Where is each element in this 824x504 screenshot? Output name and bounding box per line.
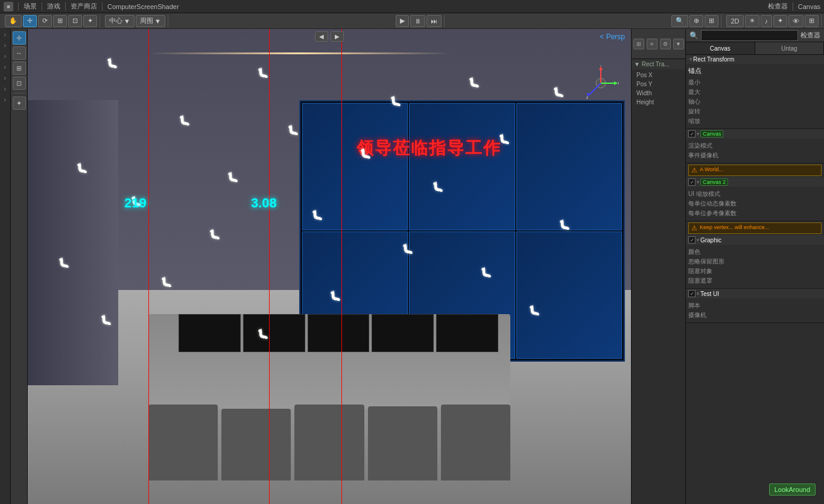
bug-icon-19: 🐛	[160, 276, 173, 288]
shader-tab[interactable]: ComputerScreenShader	[107, 3, 179, 10]
layers-btn[interactable]: ⊕	[689, 15, 703, 27]
canvas-checkbox-1[interactable]: ✓	[688, 130, 696, 137]
collapse-icon-1[interactable]: ›	[1, 31, 10, 40]
anchor-section: 锚点 最小 最大 轴心 旋转 缩放	[686, 64, 824, 129]
bug-icon-6: 🐛	[287, 124, 299, 136]
collapse-icon-6[interactable]: ›	[1, 86, 10, 94]
warning-text-2: Keep vertex... will enhance...	[700, 224, 769, 230]
fx-btn[interactable]: ✦	[773, 15, 787, 27]
test-ui-checkbox[interactable]: ✓	[688, 290, 696, 297]
inspector-tab-canvas[interactable]: Canvas	[686, 42, 755, 54]
viewport[interactable]: 领导莅临指导工作	[28, 29, 631, 504]
measurement-label-2: 3.08	[251, 195, 277, 211]
collapse-icon-4[interactable]: ›	[1, 64, 10, 72]
canvas-checkbox-2[interactable]: ✓	[688, 178, 696, 186]
toolbar: ✋ ✛ ⟳ ⊞ ⊡ ✦ 中心 ▼ 周围 ▼ ▶ ⏸ ⏭ 🔍 ⊕ ⊞ 2D ☀ ♪…	[0, 13, 824, 29]
lookaround-btn[interactable]: LookAround	[769, 484, 816, 496]
screen-cell-3	[516, 103, 622, 230]
center-btn[interactable]: 中心 ▼	[105, 15, 135, 27]
scale-row: 缩放	[688, 116, 822, 126]
monitors-row	[179, 314, 498, 352]
unity-logo-icon: ■	[4, 2, 13, 11]
bug-icon-7: 🐛	[498, 133, 510, 145]
view-options-btn[interactable]: ▼	[673, 39, 684, 49]
all-tool-btn[interactable]: ✦	[83, 15, 97, 27]
nav-prev-btn[interactable]: ◀	[315, 31, 328, 42]
canvas-section-2[interactable]: ✓ ▼ Canvas 2	[686, 177, 824, 187]
hand-tool-btn[interactable]: ✋	[5, 15, 22, 27]
rect-tool-btn[interactable]: ⊡	[68, 15, 82, 27]
nav-next-btn[interactable]: ▶	[331, 31, 344, 42]
inspector-tab-untag[interactable]: Untag	[755, 42, 825, 54]
bug-icon-16: 🐛	[402, 243, 414, 254]
layout-btn[interactable]: ⊞	[705, 15, 718, 27]
canvas-tag-2: Canvas 2	[700, 178, 728, 186]
left-tools-panel: ✛ ↔ ⊞ ⊡ ✦	[11, 29, 28, 504]
inspector-search-input[interactable]	[701, 30, 798, 41]
bug-icon-11: 🐛	[432, 181, 444, 192]
light-btn[interactable]: ☀	[745, 15, 759, 27]
canvas-label: Canvas	[798, 3, 820, 10]
pause-btn[interactable]: ⏸	[410, 15, 425, 27]
rect-transform-section[interactable]: ▼ Rect Transform	[686, 55, 824, 64]
canvas-section-1[interactable]: ✓ ▼ Canvas	[686, 129, 824, 139]
inspector-header: 🔍 检查器	[686, 29, 824, 42]
svg-text:Z: Z	[586, 96, 588, 99]
audio-btn[interactable]: ♪	[761, 15, 773, 27]
right-panel-toolbar: ⊞ ≡ ⚙ ▼	[632, 29, 685, 59]
anchor-min-label: 最小	[688, 78, 822, 87]
scene-visibility-btn[interactable]: 👁	[788, 15, 803, 27]
peripheral-btn[interactable]: 周围 ▼	[136, 15, 165, 27]
blocking-mask-label: 阻塞遮罩	[688, 277, 822, 285]
ref-pixels-label: 每单位参考像素数	[688, 209, 822, 218]
game-tab[interactable]: 游戏	[47, 2, 60, 11]
collapse-icon-7[interactable]: ›	[1, 96, 10, 105]
tool-group-transform: ✋ ✛ ⟳ ⊞ ⊡ ✦	[2, 15, 100, 27]
rotation-label: 旋转	[688, 107, 822, 116]
select-tool-btn[interactable]: ✛	[13, 31, 26, 45]
settings-mini-btn[interactable]: ⚙	[660, 39, 671, 49]
step-btn[interactable]: ⏭	[426, 15, 442, 27]
svg-text:Y: Y	[600, 65, 602, 67]
move2-tool-btn[interactable]: ↔	[13, 46, 26, 60]
extra-tool-btn[interactable]: ✦	[13, 96, 26, 110]
grid-btn[interactable]: ⊞	[805, 15, 819, 27]
collapse-icon-5[interactable]: ›	[1, 75, 10, 83]
right-panel-content: ▼ Rect Tra... Pos X Pos Y Width Height	[632, 59, 685, 504]
rect2-tool-btn[interactable]: ⊡	[13, 77, 26, 90]
canvas-tag-1: Canvas	[700, 130, 724, 137]
test-ui-section[interactable]: ✓ ▼ Test UI	[686, 289, 824, 298]
bug-icon-2: 🐛	[468, 77, 480, 88]
separator	[793, 2, 793, 11]
graphic-checkbox[interactable]: ✓	[688, 236, 696, 244]
collapse-icon-2[interactable]: ›	[1, 42, 10, 51]
color-label: 颜色	[688, 248, 822, 256]
inspector-title: 检查器	[800, 31, 820, 40]
bug-icon-3: 🐛	[553, 86, 565, 98]
list-view-btn[interactable]: ≡	[647, 39, 658, 49]
anchor-min-row: 最小	[688, 78, 822, 87]
rotation-row: 旋转	[688, 107, 822, 116]
scale2-tool-btn[interactable]: ⊞	[13, 61, 26, 75]
blocking-mask-row: 阻塞遮罩	[688, 276, 822, 286]
search-btn[interactable]: 🔍	[671, 15, 688, 27]
play-btn[interactable]: ▶	[396, 15, 409, 27]
svg-line-5	[589, 83, 601, 95]
move-tool-btn[interactable]: ✛	[23, 15, 37, 27]
2d-btn[interactable]: 2D	[726, 15, 743, 27]
scale-tool-btn[interactable]: ⊞	[53, 15, 67, 27]
rect-transform-label: Rect Transform	[693, 56, 734, 63]
grid-view-btn[interactable]: ⊞	[633, 39, 644, 49]
bug-icon-9: 🐛	[76, 162, 88, 174]
right-label-4: Height	[634, 98, 683, 107]
collapse-icon-3[interactable]: ›	[1, 53, 10, 61]
render-mode-row: 渲染模式	[688, 141, 822, 151]
right-label-3: Width	[634, 89, 683, 98]
render-mode-label: 渲染模式	[688, 142, 822, 150]
scene-tab[interactable]: 场景	[24, 2, 37, 11]
gizmo-widget[interactable]: Y X Z	[583, 65, 619, 101]
scene-render: 领导莅临指导工作	[28, 29, 631, 504]
graphic-section[interactable]: ✓ ▼ Graphic	[686, 235, 824, 245]
rotate-tool-btn[interactable]: ⟳	[38, 15, 52, 27]
asset-store-tab[interactable]: 资产商店	[71, 2, 97, 11]
